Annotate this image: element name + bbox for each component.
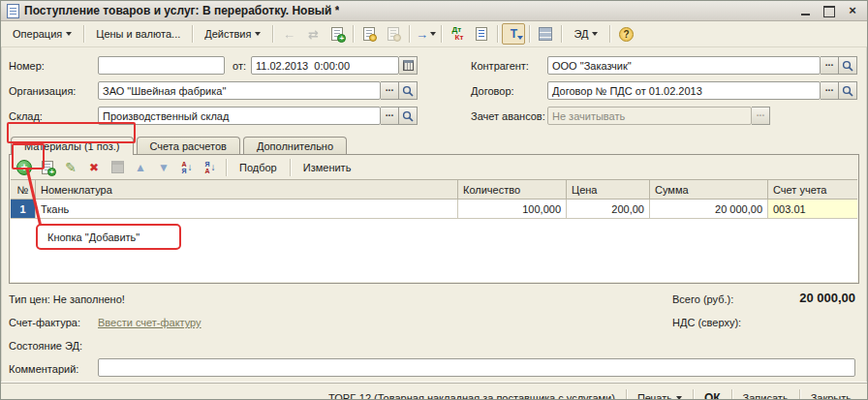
- hierarchy-filter-icon[interactable]: Т: [502, 23, 525, 45]
- ed-menu-button[interactable]: ЭД: [566, 24, 605, 44]
- sort-desc-glyph: ЯА ↓: [204, 161, 215, 174]
- calendar-button[interactable]: [399, 56, 418, 75]
- organization-open-button[interactable]: [399, 81, 418, 100]
- print-button[interactable]: Печать: [630, 389, 690, 400]
- torg12-button[interactable]: ТОРГ-12 (Товарная накладная за поставщик…: [321, 389, 623, 400]
- organization-select-button[interactable]: ...: [381, 81, 399, 100]
- toolbar-separator: [441, 25, 442, 43]
- document-movements-icon[interactable]: [470, 23, 493, 45]
- field-row-3: Склад: Производственный склад ... Зачет …: [9, 106, 857, 126]
- tab-additional[interactable]: Дополнительно: [243, 137, 347, 154]
- tab-settlement-accounts[interactable]: Счета расчетов: [137, 137, 240, 154]
- prices-currency-button[interactable]: Цены и валюта...: [88, 24, 188, 44]
- edit-row-icon[interactable]: ✎: [60, 157, 81, 177]
- organization-input[interactable]: ЗАО "Швейная фабрика": [98, 81, 381, 100]
- contract-input[interactable]: Договор № ПДС от 01.02.2013: [547, 81, 821, 100]
- move-up-icon[interactable]: ▲: [130, 157, 151, 177]
- post-document-icon[interactable]: [357, 23, 381, 45]
- account-cell[interactable]: 003.01: [768, 200, 857, 219]
- add-row-icon[interactable]: +: [14, 157, 35, 177]
- maximize-icon[interactable]: [822, 5, 836, 16]
- minimize-icon[interactable]: [799, 5, 813, 16]
- copy-row-glyph: +: [42, 161, 53, 174]
- date-input[interactable]: 11.02.2013 0:00:00: [251, 56, 399, 75]
- unpost-document-icon: [382, 23, 405, 45]
- contract-open-button[interactable]: [839, 81, 857, 100]
- pick-button[interactable]: Подбор: [232, 159, 285, 176]
- column-header-price[interactable]: Цена: [567, 180, 650, 200]
- goto-icon[interactable]: →: [414, 23, 437, 45]
- print-label: Печать: [637, 392, 672, 400]
- sum-cell[interactable]: 20 000,00: [650, 200, 768, 219]
- comment-input[interactable]: [98, 358, 855, 377]
- copy-document-icon[interactable]: +: [326, 23, 349, 45]
- help-icon[interactable]: ?: [614, 23, 637, 45]
- counterparty-open-button[interactable]: [839, 56, 857, 75]
- dropdown-arrow-icon: [676, 396, 682, 400]
- summary-area: Тип цен: Не заполнено! Всего (руб.): 20 …: [1, 286, 867, 383]
- warehouse-open-button[interactable]: [399, 107, 418, 125]
- nomenclature-cell[interactable]: Ткань: [36, 200, 458, 219]
- close-icon[interactable]: ×: [846, 5, 859, 16]
- column-header-sum[interactable]: Сумма: [650, 180, 768, 200]
- actions-menu-button[interactable]: Действия: [197, 24, 268, 44]
- counterparty-select-button[interactable]: ...: [821, 56, 839, 75]
- save-button[interactable]: Записать: [735, 389, 796, 400]
- dropdown-arrow-icon: [592, 32, 598, 36]
- post-doc-glyph: [363, 27, 375, 41]
- toolbar-separator: [226, 159, 227, 176]
- organization-label: Организация:: [9, 85, 98, 97]
- structure-settings-icon[interactable]: [534, 23, 557, 45]
- unpost-doc-glyph: [388, 27, 399, 41]
- toolbar-separator: [497, 25, 498, 43]
- field-row-1: Номер: от: 11.02.2013 0:00:00 Контрагент…: [9, 55, 857, 76]
- counterparty-input[interactable]: ООО "Заказчик": [547, 56, 821, 75]
- move-down-icon[interactable]: ▼: [153, 157, 174, 177]
- change-button[interactable]: Изменить: [295, 159, 359, 176]
- debit-credit-icon[interactable]: ДтКт: [446, 23, 469, 45]
- price-cell[interactable]: 200,00: [567, 200, 650, 219]
- calendar-icon: [403, 60, 414, 71]
- end-edit-glyph: [111, 161, 124, 173]
- copy-row-icon[interactable]: +: [37, 157, 58, 177]
- ed-state-label: Состояние ЭД:: [9, 336, 82, 355]
- ok-button[interactable]: ОК: [697, 388, 728, 400]
- warehouse-input[interactable]: Производственный склад: [98, 107, 381, 125]
- contract-select-button[interactable]: ...: [821, 81, 839, 100]
- sort-asc-icon[interactable]: АЯ ↓: [176, 157, 198, 177]
- column-header-num[interactable]: №: [11, 180, 36, 200]
- table-empty-area: [11, 219, 857, 282]
- toolbar-separator: [83, 25, 84, 43]
- column-header-quantity[interactable]: Количество: [458, 180, 567, 200]
- tab-strip: Материалы (1 поз.) Счета расчетов Дополн…: [1, 135, 867, 154]
- reread-icon: ←: [277, 23, 300, 45]
- enter-invoice-link[interactable]: Ввести счет-фактуру: [98, 313, 202, 332]
- comment-wrap: [98, 358, 855, 377]
- column-header-account[interactable]: Счет учета: [768, 180, 857, 200]
- operation-menu-button[interactable]: Операция: [5, 24, 79, 44]
- tab-materials[interactable]: Материалы (1 поз.): [11, 137, 134, 155]
- end-edit-icon: [107, 157, 128, 177]
- actions-menu-label: Действия: [204, 28, 251, 40]
- magnifier-icon: [402, 85, 414, 97]
- ed-menu-label: ЭД: [574, 28, 588, 40]
- prices-currency-label: Цены и валюта...: [96, 28, 180, 40]
- counterparty-label: Контрагент:: [471, 60, 547, 72]
- toolbar-separator: [609, 25, 610, 43]
- close-button[interactable]: Закрыть: [803, 389, 859, 400]
- row-number-cell[interactable]: 1: [11, 200, 36, 219]
- footer-separator: [693, 389, 694, 400]
- column-header-nomenclature[interactable]: Номенклатура: [36, 180, 458, 200]
- refresh-icon: ⇄: [301, 23, 325, 45]
- sort-desc-icon[interactable]: ЯА ↓: [200, 157, 221, 177]
- total-value: 20 000,00: [799, 288, 855, 307]
- number-input[interactable]: [98, 56, 225, 75]
- delete-row-icon[interactable]: ✖: [83, 157, 105, 177]
- table-row: 1 Ткань 100,000 200,00 20 000,00 003.01: [11, 200, 857, 219]
- dropdown-arrow-icon: [66, 32, 72, 36]
- warehouse-select-button[interactable]: ...: [381, 107, 399, 125]
- toolbar-separator: [529, 25, 530, 43]
- advance-offset-input: Не зачитывать: [547, 107, 752, 125]
- footer-button-bar: ТОРГ-12 (Товарная накладная за поставщик…: [1, 383, 867, 400]
- quantity-cell[interactable]: 100,000: [458, 200, 567, 219]
